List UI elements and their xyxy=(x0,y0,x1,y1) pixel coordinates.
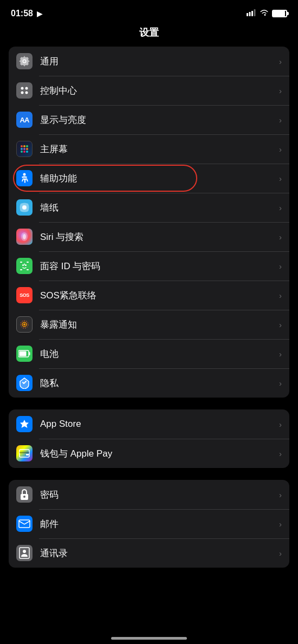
battery-chevron: › xyxy=(279,349,282,359)
privacy-chevron: › xyxy=(279,379,282,388)
battery-icon xyxy=(272,10,287,17)
password-chevron: › xyxy=(279,490,282,499)
accessibility-label: 辅助功能 xyxy=(40,172,277,185)
settings-item-homescreen[interactable]: 主屏幕 › xyxy=(9,134,289,164)
page-title: 设置 xyxy=(0,24,298,47)
mail-chevron: › xyxy=(279,519,282,529)
svg-point-41 xyxy=(23,550,26,553)
contacts-label: 通讯录 xyxy=(40,547,277,560)
display-label: 显示与亮度 xyxy=(40,114,277,126)
settings-item-exposure[interactable]: 暴露通知 › xyxy=(9,310,289,339)
password-icon xyxy=(16,486,33,503)
display-chevron: › xyxy=(279,115,282,125)
privacy-icon xyxy=(16,375,33,391)
time-label: 01:58 xyxy=(11,9,33,18)
appstore-label: App Store xyxy=(40,419,277,430)
general-chevron: › xyxy=(279,57,282,66)
appstore-chevron: › xyxy=(279,420,282,429)
svg-point-4 xyxy=(21,87,24,90)
settings-item-wallet[interactable]: 钱包与 Apple Pay › xyxy=(9,439,289,468)
contacts-icon xyxy=(16,545,33,561)
svg-point-16 xyxy=(26,151,28,153)
battery-label: 电池 xyxy=(40,348,277,360)
accessibility-icon xyxy=(16,170,33,186)
password-label: 密码 xyxy=(40,489,277,501)
svg-point-7 xyxy=(25,92,28,94)
wallpaper-label: 墙纸 xyxy=(40,201,277,214)
svg-point-15 xyxy=(23,151,25,153)
settings-item-sos[interactable]: SOS SOS紧急联络 › xyxy=(9,281,289,310)
accessibility-chevron: › xyxy=(279,174,282,183)
settings-item-privacy[interactable]: 隐私 › xyxy=(9,368,289,398)
siri-chevron: › xyxy=(279,232,282,242)
mail-label: 邮件 xyxy=(40,518,277,530)
settings-item-accessibility[interactable]: 辅助功能 › xyxy=(9,164,289,193)
settings-item-battery[interactable]: 电池 › xyxy=(9,339,289,368)
svg-rect-39 xyxy=(19,520,30,528)
svg-rect-21 xyxy=(20,262,22,263)
svg-point-6 xyxy=(21,92,24,94)
svg-rect-1 xyxy=(249,12,251,16)
wifi-icon xyxy=(260,9,269,18)
home-indicator xyxy=(111,637,187,640)
svg-point-13 xyxy=(26,148,28,150)
settings-item-wallpaper[interactable]: 墙纸 › xyxy=(9,193,289,222)
appstore-icon xyxy=(16,416,33,432)
svg-point-25 xyxy=(22,264,24,266)
wallet-icon xyxy=(16,445,33,461)
svg-rect-24 xyxy=(27,269,29,270)
homescreen-chevron: › xyxy=(279,145,282,154)
exposure-icon xyxy=(16,316,33,333)
svg-point-9 xyxy=(23,145,25,147)
control-center-icon xyxy=(16,82,33,99)
control-center-label: 控制中心 xyxy=(40,84,277,97)
general-label: 通用 xyxy=(40,55,277,68)
wallpaper-chevron: › xyxy=(279,203,282,212)
svg-rect-22 xyxy=(27,262,29,263)
status-right xyxy=(247,9,287,18)
svg-point-8 xyxy=(21,145,23,147)
settings-group-2: App Store › 钱包与 Apple Pay › xyxy=(9,409,289,468)
svg-rect-35 xyxy=(20,452,29,453)
svg-rect-0 xyxy=(247,13,248,16)
svg-point-17 xyxy=(23,173,26,176)
faceid-label: 面容 ID 与密码 xyxy=(40,260,277,272)
exposure-label: 暴露通知 xyxy=(40,318,277,331)
svg-point-14 xyxy=(21,151,23,153)
settings-item-control-center[interactable]: 控制中心 › xyxy=(9,76,289,105)
svg-point-26 xyxy=(25,264,27,266)
settings-item-mail[interactable]: 邮件 › xyxy=(9,509,289,538)
status-left: 01:58 ▶ xyxy=(11,9,42,18)
homescreen-label: 主屏幕 xyxy=(40,143,277,155)
settings-item-appstore[interactable]: App Store › xyxy=(9,409,289,439)
svg-rect-33 xyxy=(20,352,27,356)
settings-item-faceid[interactable]: 面容 ID 与密码 › xyxy=(9,251,289,281)
svg-rect-23 xyxy=(20,269,22,270)
wallet-label: 钱包与 Apple Pay xyxy=(40,447,277,460)
svg-point-10 xyxy=(26,145,28,147)
wallpaper-icon xyxy=(16,199,33,216)
siri-icon xyxy=(16,229,33,245)
settings-item-display[interactable]: AA 显示与亮度 › xyxy=(9,105,289,134)
settings-item-general[interactable]: 通用 › xyxy=(9,47,289,76)
exposure-chevron: › xyxy=(279,320,282,329)
svg-point-11 xyxy=(21,148,23,150)
contacts-chevron: › xyxy=(279,549,282,558)
display-icon: AA xyxy=(16,112,33,128)
general-icon xyxy=(16,53,33,69)
settings-item-contacts[interactable]: 通讯录 › xyxy=(9,538,289,568)
svg-rect-32 xyxy=(29,352,30,355)
control-center-chevron: › xyxy=(279,86,282,95)
svg-point-5 xyxy=(25,87,28,90)
sos-chevron: › xyxy=(279,291,282,300)
wallet-chevron: › xyxy=(279,449,282,458)
settings-group-3: 密码 › 邮件 › 通讯录 › xyxy=(9,480,289,568)
privacy-label: 隐私 xyxy=(40,377,277,389)
settings-item-password[interactable]: 密码 › xyxy=(9,480,289,509)
settings-item-siri[interactable]: Siri 与搜索 › xyxy=(9,222,289,251)
sos-label: SOS紧急联络 xyxy=(40,289,277,302)
sos-icon: SOS xyxy=(16,287,33,303)
svg-rect-2 xyxy=(251,11,253,16)
homescreen-icon xyxy=(16,141,33,157)
svg-point-20 xyxy=(23,234,26,239)
